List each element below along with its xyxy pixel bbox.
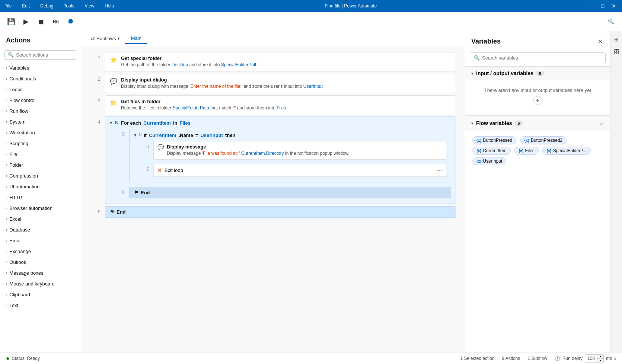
step-9: 9 ⚑ End	[90, 206, 456, 218]
step-card-display-message[interactable]: 💬 Display message Display message 'File …	[153, 141, 446, 160]
var-chip-button-pressed2[interactable]: {x} ButtonPressed2	[520, 136, 567, 144]
step-card-display-input[interactable]: 💬 Display input dialog Display input dia…	[105, 74, 456, 93]
filter-button[interactable]: ▽	[599, 119, 604, 127]
action-item-workstation[interactable]: › Workstation	[0, 127, 81, 138]
chevron-icon: ›	[6, 66, 7, 70]
layers-icon-button[interactable]: ⊞	[611, 34, 622, 45]
end-for-card[interactable]: ⚑ End	[105, 206, 456, 218]
action-item-email[interactable]: › Email	[0, 235, 81, 246]
action-item-excel[interactable]: › Excel	[0, 214, 81, 224]
action-item-flow-control[interactable]: › Flow control	[0, 95, 81, 106]
variables-close-button[interactable]: ✕	[596, 36, 604, 47]
var-chip-files[interactable]: {x} Files	[514, 147, 539, 155]
action-item-exchange[interactable]: › Exchange	[0, 246, 81, 257]
save-button[interactable]: 💾	[4, 15, 18, 28]
tab-main[interactable]: Main	[125, 33, 147, 44]
stop-button[interactable]: ◼	[34, 15, 48, 28]
foreach-icon: ↻	[114, 120, 119, 126]
chevron-icon: ›	[6, 109, 7, 113]
flow-section-header[interactable]: ▾ Flow variables 6 ▽	[465, 116, 610, 131]
io-variables-section: ▾ Input / output variables 0 There aren'…	[465, 66, 610, 115]
action-item-mouse-keyboard[interactable]: › Mouse and keyboard	[0, 278, 81, 289]
subflow-count: 1 Subflow	[527, 356, 547, 361]
menu-help[interactable]: Help	[103, 3, 115, 9]
run-button[interactable]: ▶	[19, 15, 33, 28]
maximize-button[interactable]: □	[597, 1, 608, 10]
step-button[interactable]: ⏭	[49, 15, 63, 28]
io-empty-message: There aren't any input or output variabl…	[465, 80, 610, 115]
if-var2: UserInput	[200, 132, 223, 138]
run-delay-up-button[interactable]: ▲	[597, 354, 603, 358]
flow-count-badge: 6	[515, 121, 522, 126]
close-button[interactable]: ✕	[609, 1, 619, 10]
var-chip-button-pressed[interactable]: {x} ButtonPressed	[472, 136, 516, 144]
chevron-icon: ›	[6, 217, 7, 221]
info-icon: ℹ	[614, 356, 616, 361]
run-delay-down-button[interactable]: ▼	[597, 358, 603, 363]
foreach-var2: Files	[179, 120, 191, 126]
clock-icon: 🕐	[555, 356, 560, 361]
menu-edit[interactable]: Edit	[20, 3, 31, 9]
action-item-clipboard[interactable]: › Clipboard	[0, 289, 81, 300]
action-item-conditionals[interactable]: › Conditionals	[0, 73, 81, 84]
message-icon: 💬	[157, 144, 164, 150]
action-item-text[interactable]: › Text	[0, 300, 81, 311]
chevron-icon: ›	[6, 163, 7, 167]
step-card-exit-loop[interactable]: ✕ Exit loop ⋯	[153, 164, 446, 177]
action-item-compression[interactable]: › Compression	[0, 170, 81, 181]
toolbar: 💾 ▶ ◼ ⏭ ⏺ 🔍	[0, 12, 622, 31]
more-options-icon[interactable]: ⋯	[436, 167, 442, 174]
action-item-database[interactable]: › Database	[0, 224, 81, 235]
menu-tools[interactable]: Tools	[62, 3, 76, 9]
if-container: ▾ ⑂ If CurrentItem .Name = UserInput the…	[129, 129, 451, 182]
menu-file[interactable]: File	[3, 3, 13, 9]
flow-editor: ⇄ Subflows ▾ Main 1 ⭐ Get special folder	[81, 31, 465, 352]
chevron-icon: ›	[6, 260, 7, 264]
action-item-file[interactable]: › File	[0, 149, 81, 160]
add-variable-button[interactable]: +	[533, 96, 542, 105]
menu-view[interactable]: View	[83, 3, 96, 9]
action-item-browser-automation[interactable]: › Browser automation	[0, 203, 81, 214]
action-item-http[interactable]: › HTTP	[0, 192, 81, 203]
action-item-folder[interactable]: › Folder	[0, 160, 81, 170]
var-chip-user-input[interactable]: {x} UserInput	[472, 157, 506, 165]
menu-debug[interactable]: Debug	[39, 3, 55, 9]
step-number: 8	[114, 187, 125, 195]
action-item-system[interactable]: › System	[0, 116, 81, 127]
action-item-ui-automation[interactable]: › UI automation	[0, 181, 81, 192]
end-if-card[interactable]: ⚑ End	[129, 187, 451, 198]
action-item-message-boxes[interactable]: › Message boxes	[0, 268, 81, 278]
var-chip-special-folder[interactable]: {x} SpecialFolderP...	[542, 147, 590, 155]
search-actions-input[interactable]	[16, 52, 73, 58]
main-content: Actions 🔍 › Variables › Conditionals › L…	[0, 31, 622, 352]
action-item-run-flow[interactable]: › Run flow	[0, 106, 81, 116]
image-icon-button[interactable]: 🖼	[611, 46, 622, 57]
step-card-get-special-folder[interactable]: ⭐ Get special folder Get the path of the…	[105, 52, 456, 71]
step-1: 1 ⭐ Get special folder Get the path of t…	[90, 52, 456, 71]
toolbar-search-button[interactable]: 🔍	[604, 15, 618, 28]
window-controls: ─ □ ✕	[586, 1, 619, 10]
io-section-header[interactable]: ▾ Input / output variables 0	[465, 67, 610, 80]
action-item-outlook[interactable]: › Outlook	[0, 257, 81, 268]
search-icon: 🔍	[8, 52, 14, 58]
actions-list: › Variables › Conditionals › Loops › Flo…	[0, 63, 81, 352]
actions-panel: Actions 🔍 › Variables › Conditionals › L…	[0, 31, 81, 352]
action-item-variables[interactable]: › Variables	[0, 63, 81, 73]
variables-search-box: 🔍	[470, 52, 606, 63]
if-header[interactable]: ▾ ⑂ If CurrentItem .Name = UserInput the…	[134, 132, 446, 138]
foreach-header[interactable]: ▾ ↻ For each CurrentItem in Files	[110, 120, 451, 126]
var-chip-current-item[interactable]: {x} CurrentItem	[472, 147, 511, 155]
step-card-get-files[interactable]: 📁 Get files in folder Retrieve the files…	[105, 95, 456, 115]
message-icon: 💬	[110, 77, 117, 85]
actions-search-box: 🔍	[4, 50, 76, 60]
record-button[interactable]: ⏺	[64, 15, 77, 28]
chevron-icon: ›	[6, 131, 7, 135]
chevron-icon: ›	[6, 185, 7, 189]
search-variables-input[interactable]	[482, 55, 602, 61]
minimize-button[interactable]: ─	[586, 1, 597, 10]
end-if-label: End	[141, 190, 150, 195]
action-item-loops[interactable]: › Loops	[0, 84, 81, 95]
step-3: 3 📁 Get files in folder Retrieve the fil…	[90, 95, 456, 115]
subflows-button[interactable]: ⇄ Subflows ▾	[87, 33, 124, 44]
action-item-scripting[interactable]: › Scripting	[0, 138, 81, 149]
